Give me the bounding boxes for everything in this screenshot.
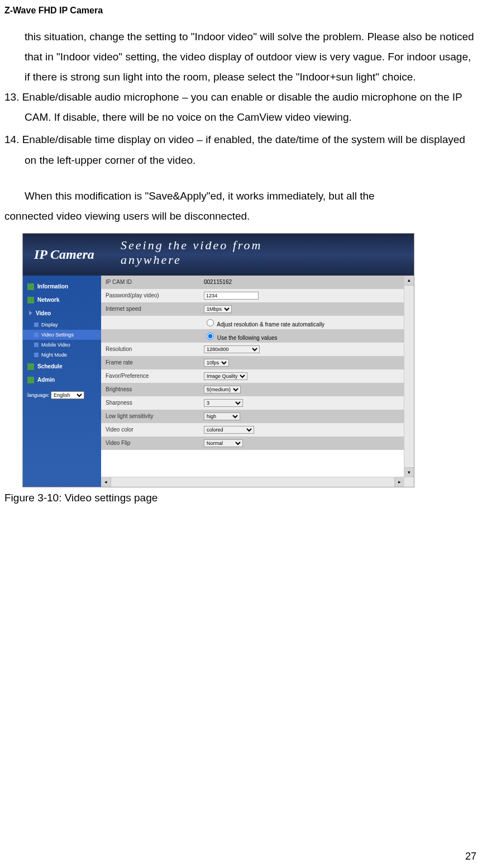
setting-label: Password(play video): [101, 289, 199, 302]
figure-caption: Figure 3-10: Video settings page: [0, 487, 482, 504]
sub-icon: [34, 353, 39, 357]
row-videocolor: Video color colored: [101, 423, 404, 437]
sub-label: Night Mode: [41, 352, 67, 358]
sub-label: Video Settings: [41, 332, 74, 338]
vertical-scrollbar[interactable]: ▴ ▾: [404, 276, 414, 477]
scroll-down-icon[interactable]: ▾: [404, 467, 414, 477]
row-videoflip: Video Flip Normal: [101, 437, 404, 450]
setting-label: Internet speed: [101, 302, 199, 316]
sidebar-sub-night-mode[interactable]: Night Mode: [23, 350, 101, 360]
sidebar-sub-display[interactable]: Display: [23, 320, 101, 330]
sidebar-item-information[interactable]: Information: [23, 280, 101, 293]
sub-icon: [34, 343, 39, 347]
list-item-14: 14. Enable/disable time display on video…: [4, 130, 478, 170]
setting-value: 002115162: [199, 276, 404, 289]
banner-tagline: Seeing the video from anywhere: [121, 238, 316, 267]
nav-label: Admin: [37, 377, 55, 383]
setting-label: Favor/Preference: [101, 369, 199, 383]
password-input[interactable]: [204, 292, 259, 300]
favor-select[interactable]: Image Quality: [204, 372, 247, 380]
videoflip-select[interactable]: Normal: [204, 439, 243, 447]
closing-paragraph-line1: When this modification is "Save&Apply"ed…: [4, 186, 478, 206]
nav-label: Information: [37, 283, 68, 290]
screenshot-ipcam-ui: IP Camera Seeing the video from anywhere…: [22, 233, 414, 487]
sidebar-item-network[interactable]: Network: [23, 293, 101, 307]
nav-icon: [27, 297, 34, 303]
sub-label: Display: [41, 322, 58, 328]
play-icon: [29, 311, 32, 315]
row-framerate: Frame rate 10fps: [101, 356, 404, 369]
row-radio-auto: Adjust resolution & frame rate automatic…: [101, 316, 404, 329]
language-label: language:: [27, 392, 50, 398]
sub-icon: [34, 333, 39, 337]
banner-logo: IP Camera: [23, 247, 94, 262]
sharpness-select[interactable]: 3: [204, 399, 243, 407]
setting-label: Brightness: [101, 383, 199, 396]
list-item-13: 13. Enable/disable audio microphone – yo…: [4, 87, 478, 127]
horizontal-scrollbar[interactable]: ◂ ▸: [101, 477, 414, 487]
setting-label: Video color: [101, 423, 199, 437]
lowlight-select[interactable]: high: [204, 412, 240, 420]
brightness-select[interactable]: 5(medium): [204, 386, 241, 393]
radio-auto[interactable]: [207, 319, 214, 326]
nav-label: Video: [36, 310, 51, 316]
sub-icon: [34, 322, 39, 327]
scroll-up-icon[interactable]: ▴: [404, 276, 414, 286]
setting-label: Low light sensitivity: [101, 410, 199, 423]
language-select[interactable]: English: [51, 391, 84, 399]
sidebar-item-video[interactable]: Video: [23, 307, 101, 320]
nav-icon: [27, 283, 34, 290]
internet-speed-select[interactable]: 1Mbps: [204, 305, 232, 313]
banner: IP Camera Seeing the video from anywhere: [23, 234, 414, 276]
nav-icon: [27, 363, 34, 370]
resolution-select[interactable]: 1280x800: [204, 345, 260, 353]
main-panel: IP CAM ID 002115162 Password(play video)…: [101, 276, 414, 487]
nav-icon: [27, 377, 34, 383]
row-brightness: Brightness 5(medium): [101, 383, 404, 396]
figure-container: IP Camera Seeing the video from anywhere…: [22, 233, 460, 487]
nav-label: Network: [37, 297, 59, 303]
sidebar-item-admin[interactable]: Admin: [23, 373, 101, 387]
row-lowlight: Low light sensitivity high: [101, 410, 404, 423]
setting-label: Resolution: [101, 343, 199, 356]
row-internet-speed: Internet speed 1Mbps: [101, 302, 404, 316]
page-number: 27: [465, 851, 476, 862]
row-password: Password(play video): [101, 289, 404, 302]
setting-label: Sharpness: [101, 396, 199, 410]
row-sharpness: Sharpness 3: [101, 396, 404, 410]
row-favor: Favor/Preference Image Quality: [101, 369, 404, 383]
radio-label: Use the following values: [217, 335, 278, 341]
radio-label: Adjust resolution & frame rate automatic…: [217, 321, 324, 328]
document-header: Z-Wave FHD IP Camera: [0, 0, 482, 16]
closing-paragraph-line2: connected video viewing users will be di…: [4, 206, 478, 226]
row-resolution: Resolution 1280x800: [101, 343, 404, 356]
continuation-paragraph: this situation, change the setting to "I…: [4, 27, 478, 87]
row-radio-following: Use the following values: [101, 329, 404, 343]
settings-table: IP CAM ID 002115162 Password(play video)…: [101, 276, 404, 450]
framerate-select[interactable]: 10fps: [204, 359, 229, 367]
scroll-left-icon[interactable]: ◂: [101, 477, 111, 487]
sidebar-sub-video-settings[interactable]: Video Settings: [23, 330, 101, 340]
sidebar-item-schedule[interactable]: Schedule: [23, 360, 101, 373]
row-ipcamid: IP CAM ID 002115162: [101, 276, 404, 289]
setting-label: IP CAM ID: [101, 276, 199, 289]
sidebar: Information Network Video Display Video …: [23, 276, 101, 487]
nav-label: Schedule: [37, 363, 62, 369]
sub-label: Mobile Video: [41, 342, 70, 348]
setting-label: Video Flip: [101, 437, 199, 450]
language-row: language: English: [23, 387, 101, 401]
sidebar-sub-mobile-video[interactable]: Mobile Video: [23, 340, 101, 350]
scroll-right-icon[interactable]: ▸: [394, 477, 404, 487]
radio-following[interactable]: [207, 333, 214, 340]
setting-label: Frame rate: [101, 356, 199, 369]
videocolor-select[interactable]: colored: [204, 426, 254, 434]
